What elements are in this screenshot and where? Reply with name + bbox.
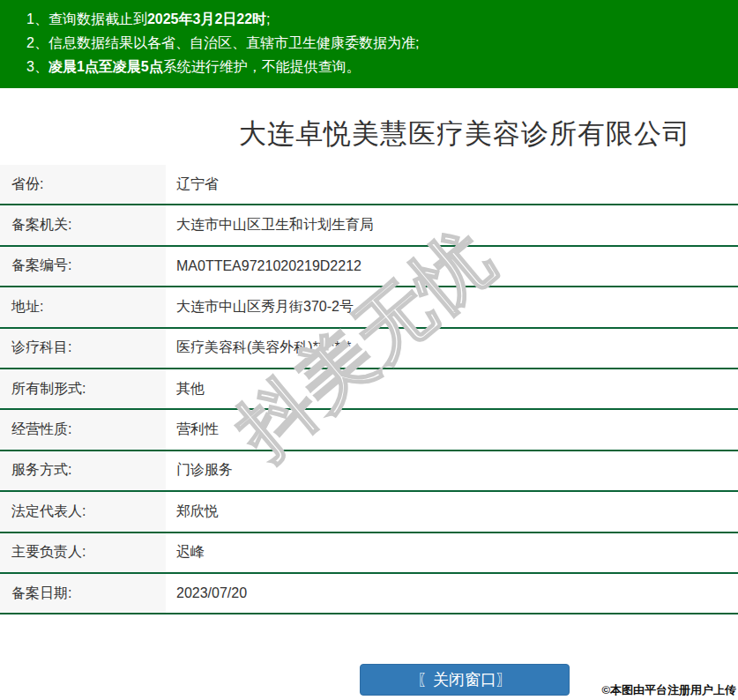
notice-3-number: 3、 [26,59,48,74]
row-value: 迟峰 [166,533,738,572]
table-row-province: 省份: 辽宁省 [0,165,738,205]
notice-line-3: 3、凌晨1点至凌晨5点系统进行维护，不能提供查询。 [26,55,729,78]
notice-2-text: 信息数据结果以各省、自治区、直辖市卫生健康委数据为准; [48,35,419,50]
table-row-address: 地址: 大连市中山区秀月街370-2号 [0,287,738,328]
table-row-ownership-form: 所有制形式: 其他 [0,369,738,410]
row-value: 其他 [166,369,738,408]
row-value: 营利性 [166,410,738,449]
notice-line-2: 2、信息数据结果以各省、自治区、直辖市卫生健康委数据为准; [26,31,729,55]
row-label: 备案日期: [0,574,166,613]
row-label: 省份: [0,165,166,204]
row-value: 辽宁省 [166,165,738,204]
row-value: 门诊服务 [166,451,738,490]
table-row-operating-nature: 经营性质: 营利性 [0,410,738,451]
row-label: 法定代表人: [0,492,166,531]
row-label: 地址: [0,287,166,326]
notice-3-bold: 凌晨1点至凌晨5点 [48,59,163,74]
table-row-main-responsible-person: 主要负责人: 迟峰 [0,533,738,574]
close-window-button[interactable]: 〖关闭窗口〗 [360,664,570,696]
row-value: 大连市中山区卫生和计划生育局 [166,205,738,244]
notice-2-number: 2、 [26,35,48,50]
row-label: 备案编号: [0,247,166,286]
row-value: 大连市中山区秀月街370-2号 [166,287,738,326]
row-label: 主要负责人: [0,533,166,572]
table-row-filing-number: 备案编号: MA0TTEA9721020219D2212 [0,247,738,287]
notice-1-number: 1、 [26,11,48,26]
page-title: 大连卓悦美慧医疗美容诊所有限公司 [191,118,738,150]
notice-banner: 1、查询数据截止到2025年3月2日22时; 2、信息数据结果以各省、自治区、直… [0,0,738,88]
row-label: 诊疗科目: [0,329,166,368]
notice-3-post: 系统进行维护，不能提供查询。 [163,59,361,74]
notice-1-bold: 2025年3月2日22时 [147,11,266,26]
footer-stamp: ©本图由平台注册用户上传 [601,682,736,698]
notice-line-1: 1、查询数据截止到2025年3月2日22时; [26,7,729,31]
record-table: 省份: 辽宁省 备案机关: 大连市中山区卫生和计划生育局 备案编号: MA0TT… [0,165,738,614]
table-row-service-mode: 服务方式: 门诊服务 [0,451,738,492]
row-label: 服务方式: [0,451,166,490]
table-row-filing-authority: 备案机关: 大连市中山区卫生和计划生育局 [0,205,738,246]
row-value: 2023/07/20 [166,574,738,613]
table-row-medical-subjects: 诊疗科目: 医疗美容科(美容外科)******* [0,329,738,369]
notice-1-post: ; [266,11,270,26]
row-label: 经营性质: [0,410,166,449]
row-value: 郑欣悦 [166,492,738,531]
table-row-legal-representative: 法定代表人: 郑欣悦 [0,492,738,532]
notice-1-text: 查询数据截止到 [48,11,147,26]
row-value: MA0TTEA9721020219D2212 [166,247,738,286]
table-row-filing-date: 备案日期: 2023/07/20 [0,574,738,614]
row-label: 备案机关: [0,205,166,244]
title-wrap: 大连卓悦美慧医疗美容诊所有限公司 [0,88,738,150]
row-value: 医疗美容科(美容外科)******* [166,329,738,368]
row-label: 所有制形式: [0,369,166,408]
